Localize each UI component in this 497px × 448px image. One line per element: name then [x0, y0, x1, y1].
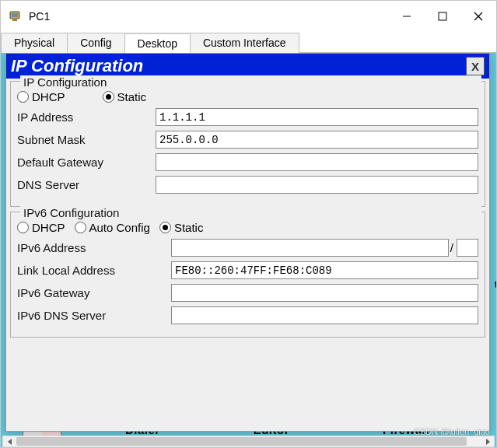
- tab-config[interactable]: Config: [68, 33, 124, 53]
- ipv6-fieldset: IPv6 Configuration DHCP Auto Config: [10, 212, 485, 338]
- ipv6-address-label: IPv6 Address: [17, 241, 171, 254]
- close-button[interactable]: [460, 1, 496, 32]
- ipv4-dhcp-radio[interactable]: DHCP: [17, 90, 65, 103]
- window-controls: [389, 1, 496, 32]
- tab-bar: Physical Config Desktop Custom Interface: [1, 32, 496, 53]
- dns-server-label: DNS Server: [17, 178, 156, 191]
- app-window: PC1 Physical Config Desktop Custom Inter…: [0, 0, 497, 448]
- titlebar: PC1: [1, 1, 496, 32]
- link-local-input[interactable]: [171, 261, 478, 279]
- ipv4-legend: IP Configuration: [20, 75, 481, 89]
- svg-marker-9: [8, 439, 12, 445]
- ipv4-fieldset: IP Configuration DHCP Static: [10, 81, 485, 207]
- default-gateway-input[interactable]: [156, 153, 478, 171]
- ipv6-gateway-label: IPv6 Gateway: [17, 286, 171, 299]
- radio-label: DHCP: [32, 90, 65, 103]
- tab-physical[interactable]: Physical: [1, 33, 68, 53]
- tab-custom-interface[interactable]: Custom Interface: [191, 33, 299, 53]
- radio-icon: [159, 222, 171, 233]
- ip-address-label: IP Address: [17, 110, 156, 124]
- horizontal-scrollbar[interactable]: [2, 436, 495, 447]
- ipv6-dns-input[interactable]: [171, 306, 478, 324]
- ipv4-mode-row: DHCP Static: [17, 90, 478, 103]
- radio-icon: [103, 91, 114, 103]
- radio-label: DHCP: [32, 221, 65, 234]
- window-title: PC1: [29, 10, 50, 23]
- scrollbar-track[interactable]: [16, 436, 481, 446]
- ipv6-dhcp-radio[interactable]: DHCP: [17, 221, 65, 234]
- svg-rect-4: [439, 12, 446, 20]
- default-gateway-label: Default Gateway: [17, 156, 156, 169]
- minimize-button[interactable]: [389, 1, 425, 32]
- scrollbar-thumb[interactable]: [16, 437, 467, 446]
- radio-label: Static: [174, 221, 204, 234]
- ipv6-mode-row: DHCP Auto Config Static: [17, 221, 478, 234]
- ipv6-dns-label: IPv6 DNS Server: [17, 309, 171, 322]
- tab-desktop[interactable]: Desktop: [125, 33, 191, 53]
- radio-icon: [17, 222, 29, 233]
- subnet-mask-label: Subnet Mask: [17, 133, 156, 146]
- dialog-title: IP Configuration: [11, 56, 143, 76]
- svg-rect-1: [12, 13, 18, 17]
- ipv6-gateway-input[interactable]: [171, 284, 478, 302]
- ip-config-dialog: IP Configuration X IP Configuration DHCP: [5, 53, 490, 432]
- ipv6-autoconfig-radio[interactable]: Auto Config: [75, 221, 150, 234]
- maximize-button[interactable]: [425, 1, 460, 32]
- background-peek: t: [490, 53, 496, 447]
- ipv6-prefix-slash: /: [450, 241, 453, 254]
- scroll-left-button[interactable]: [3, 436, 16, 446]
- svg-marker-10: [486, 439, 490, 445]
- ipv6-prefix-input[interactable]: [457, 239, 478, 257]
- subnet-mask-input[interactable]: [156, 131, 478, 149]
- ipv6-address-input[interactable]: [171, 239, 449, 257]
- radio-icon: [75, 222, 86, 233]
- scroll-right-button[interactable]: [481, 436, 494, 446]
- ipv6-legend: IPv6 Configuration: [20, 206, 481, 219]
- ipv4-static-radio[interactable]: Static: [103, 90, 147, 103]
- link-local-label: Link Local Address: [17, 264, 171, 277]
- radio-icon: [17, 91, 29, 103]
- radio-label: Static: [117, 90, 147, 103]
- svg-rect-2: [12, 19, 17, 21]
- ip-address-input[interactable]: [156, 108, 478, 126]
- radio-label: Auto Config: [89, 221, 150, 234]
- dialog-close-button[interactable]: X: [466, 57, 485, 75]
- desktop-area: t Dialer Editor Firewall IP Configuratio…: [1, 53, 496, 447]
- dns-server-input[interactable]: [156, 176, 478, 194]
- ipv6-static-radio[interactable]: Static: [159, 221, 204, 234]
- pc-icon: [9, 9, 23, 23]
- peek-letter: t: [495, 278, 496, 290]
